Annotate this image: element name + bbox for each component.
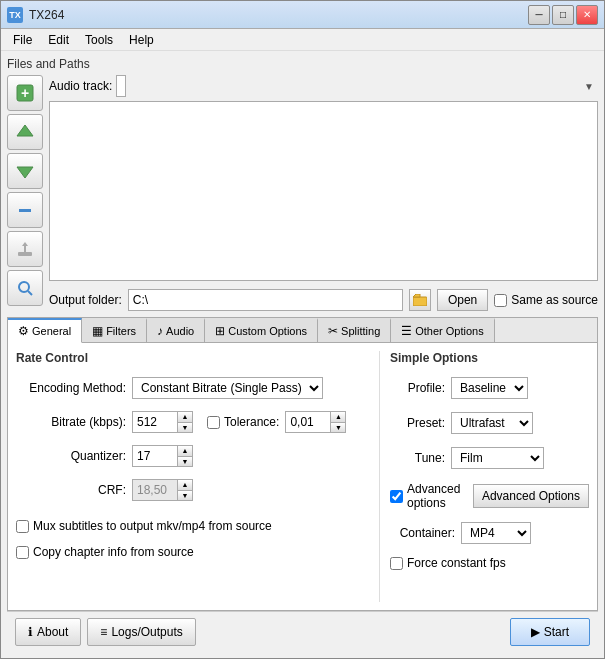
mux-subtitles-row: Mux subtitles to output mkv/mp4 from sou…: [16, 519, 369, 533]
tab-custom-options[interactable]: ⊞ Custom Options: [205, 318, 318, 342]
tab-general-label: General: [32, 325, 71, 337]
bitrate-up[interactable]: ▲: [178, 412, 192, 423]
crf-row: CRF: ▲ ▼: [16, 479, 369, 501]
tab-splitting-label: Splitting: [341, 325, 380, 337]
bitrate-arrows: ▲ ▼: [177, 411, 193, 433]
rate-control-panel: Rate Control Encoding Method: Constant B…: [16, 351, 369, 602]
logs-label: Logs/Outputs: [111, 625, 182, 639]
close-button[interactable]: ✕: [576, 5, 598, 25]
quantizer-label: Quantizer:: [16, 449, 126, 463]
tolerance-spinbox: ▲ ▼: [285, 411, 346, 433]
menubar: File Edit Tools Help: [1, 29, 604, 51]
force-constant-fps-checkbox[interactable]: [390, 557, 403, 570]
encoding-method-label: Encoding Method:: [16, 381, 126, 395]
menu-help[interactable]: Help: [121, 31, 162, 49]
main-content: Files and Paths +: [1, 51, 604, 658]
svg-marker-2: [17, 125, 33, 136]
profile-select[interactable]: Baseline Main High: [451, 377, 528, 399]
container-label: Container:: [390, 526, 455, 540]
about-button[interactable]: ℹ About: [15, 618, 81, 646]
titlebar-buttons: ─ □ ✕: [528, 5, 598, 25]
files-right-panel: Audio track: ▼ Output folder: Op: [49, 75, 598, 311]
main-window: TX TX264 ─ □ ✕ File Edit Tools Help File…: [0, 0, 605, 659]
quantizer-input[interactable]: [132, 445, 177, 467]
tune-select-wrapper: Film Animation Grain Stillimage PSNR SSI…: [451, 447, 589, 469]
mux-subtitles-label: Mux subtitles to output mkv/mp4 from sou…: [33, 519, 272, 533]
audio-track-select[interactable]: [116, 75, 126, 97]
about-icon: ℹ: [28, 625, 33, 639]
logs-button[interactable]: ≡ Logs/Outputs: [87, 618, 195, 646]
tab-splitting[interactable]: ✂ Splitting: [318, 318, 391, 342]
tab-content-general: Rate Control Encoding Method: Constant B…: [8, 343, 597, 610]
copy-chapter-checkbox[interactable]: [16, 546, 29, 559]
open-button[interactable]: Open: [437, 289, 488, 311]
remove-file-button[interactable]: [7, 192, 43, 228]
svg-rect-5: [18, 252, 32, 256]
recycle-button[interactable]: [7, 231, 43, 267]
svg-rect-4: [19, 209, 31, 212]
svg-rect-8: [413, 297, 427, 306]
advanced-options-button[interactable]: Advanced Options: [473, 484, 589, 508]
minimize-button[interactable]: ─: [528, 5, 550, 25]
crf-spinbox: ▲ ▼: [132, 479, 193, 501]
advanced-options-checkbox[interactable]: [390, 490, 403, 503]
tab-other-label: Other Options: [415, 325, 483, 337]
bitrate-down[interactable]: ▼: [178, 423, 192, 433]
encoding-method-row: Encoding Method: Constant Bitrate (Singl…: [16, 377, 369, 399]
advanced-options-row: Advanced options Advanced Options: [390, 482, 589, 510]
tune-select[interactable]: Film Animation Grain Stillimage PSNR SSI…: [451, 447, 544, 469]
bottom-bar: ℹ About ≡ Logs/Outputs ▶ Start: [7, 611, 598, 652]
bitrate-row: Bitrate (kbps): ▲ ▼ Tolerance:: [16, 411, 369, 433]
bitrate-spinbox: ▲ ▼: [132, 411, 193, 433]
bitrate-input[interactable]: [132, 411, 177, 433]
browse-folder-button[interactable]: [409, 289, 431, 311]
quantizer-down[interactable]: ▼: [178, 457, 192, 467]
tabs-section: ⚙ General ▦ Filters ♪ Audio ⊞ Custom Opt…: [7, 317, 598, 611]
output-folder-input[interactable]: [128, 289, 403, 311]
crf-down[interactable]: ▼: [178, 491, 192, 501]
menu-file[interactable]: File: [5, 31, 40, 49]
mux-subtitles-checkbox[interactable]: [16, 520, 29, 533]
tolerance-down[interactable]: ▼: [331, 423, 345, 433]
force-constant-fps-label: Force constant fps: [407, 556, 506, 570]
tune-label: Tune:: [390, 451, 445, 465]
tolerance-up[interactable]: ▲: [331, 412, 345, 423]
crf-input[interactable]: [132, 479, 177, 501]
move-down-button[interactable]: [7, 153, 43, 189]
copy-chapter-row: Copy chapter info from source: [16, 545, 369, 559]
bitrate-label: Bitrate (kbps):: [16, 415, 126, 429]
force-constant-fps-row: Force constant fps: [390, 556, 589, 570]
move-up-button[interactable]: [7, 114, 43, 150]
tab-audio[interactable]: ♪ Audio: [147, 318, 205, 342]
same-as-source-checkbox[interactable]: [494, 294, 507, 307]
logs-icon: ≡: [100, 625, 107, 639]
preset-select-wrapper: Ultrafast Superfast Veryfast Faster Fast…: [451, 412, 589, 434]
tolerance-checkbox[interactable]: [207, 416, 220, 429]
crf-arrows: ▲ ▼: [177, 479, 193, 501]
tab-filters[interactable]: ▦ Filters: [82, 318, 147, 342]
menu-edit[interactable]: Edit: [40, 31, 77, 49]
tab-general[interactable]: ⚙ General: [8, 318, 82, 343]
tolerance-label-row: Tolerance:: [207, 415, 279, 429]
container-select[interactable]: MP4 MKV FLV TS: [461, 522, 531, 544]
other-options-icon: ☰: [401, 324, 412, 338]
quantizer-up[interactable]: ▲: [178, 446, 192, 457]
add-file-button[interactable]: +: [7, 75, 43, 111]
menu-tools[interactable]: Tools: [77, 31, 121, 49]
quantizer-spinbox: ▲ ▼: [132, 445, 193, 467]
start-label: Start: [544, 625, 569, 639]
maximize-button[interactable]: □: [552, 5, 574, 25]
tolerance-input[interactable]: [285, 411, 330, 433]
advanced-options-checkbox-label: Advanced options: [407, 482, 467, 510]
general-icon: ⚙: [18, 324, 29, 338]
tab-other-options[interactable]: ☰ Other Options: [391, 318, 494, 342]
search-button[interactable]: [7, 270, 43, 306]
start-button[interactable]: ▶ Start: [510, 618, 590, 646]
splitting-icon: ✂: [328, 324, 338, 338]
encoding-method-select[interactable]: Constant Bitrate (Single Pass) Constant …: [132, 377, 323, 399]
crf-label: CRF:: [16, 483, 126, 497]
preset-label: Preset:: [390, 416, 445, 430]
files-section: +: [7, 75, 598, 311]
crf-up[interactable]: ▲: [178, 480, 192, 491]
preset-select[interactable]: Ultrafast Superfast Veryfast Faster Fast…: [451, 412, 533, 434]
